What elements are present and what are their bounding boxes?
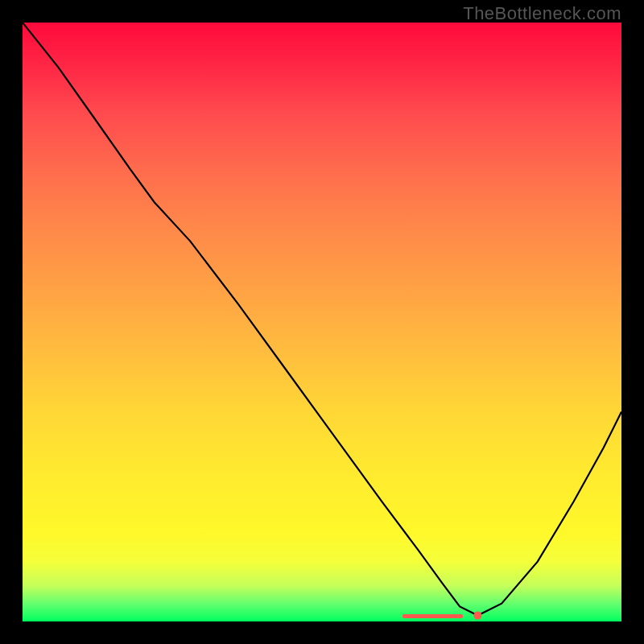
bottleneck-curve (23, 23, 621, 621)
curve-path (23, 23, 621, 616)
minimum-dot (473, 612, 481, 620)
plot-area (23, 23, 621, 621)
watermark-text: TheBottleneck.com (463, 3, 621, 24)
minimum-flat-marker (402, 614, 462, 618)
